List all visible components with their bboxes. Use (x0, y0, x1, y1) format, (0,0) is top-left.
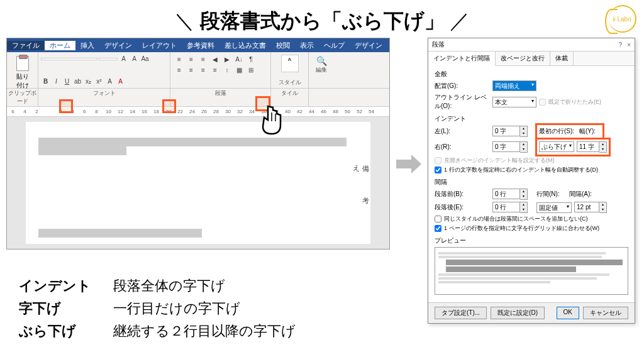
numbering-icon[interactable]: ≡ (186, 55, 196, 63)
collapse-checkbox[interactable] (539, 99, 546, 106)
preview-box (435, 247, 628, 295)
tab-references[interactable]: 参考資料 (182, 41, 219, 50)
def-desc: 一行目だけの字下げ (113, 299, 240, 318)
paragraph-dialog: 段落 ? × インデントと行間隔 改ページと改行 体裁 全般 配置(G): 両端… (428, 38, 635, 324)
sub-icon[interactable]: x₂ (84, 77, 93, 86)
underline-icon[interactable]: U (62, 77, 72, 86)
italic-icon[interactable]: I (52, 77, 61, 86)
dialog-title: 段落 (432, 40, 445, 49)
tab-help[interactable]: ヘルプ (319, 41, 350, 50)
left-indent-input[interactable] (492, 126, 520, 136)
line-spacing-icon[interactable]: ↕ (222, 65, 232, 74)
tab-mailings[interactable]: 差し込み文書 (219, 41, 271, 50)
at-input[interactable] (574, 202, 599, 212)
right-indent-input[interactable] (492, 141, 520, 152)
highlight-para-launcher (162, 99, 176, 113)
page[interactable]: 備え 考 (26, 122, 370, 244)
firstline-select[interactable]: ぶら下げ (539, 141, 574, 152)
def-desc: 段落全体の字下げ (113, 277, 225, 295)
multilevel-icon[interactable]: ≡ (198, 55, 208, 63)
tab-line-breaks[interactable]: 改ページと改行 (496, 52, 550, 65)
preview-label: プレビュー (435, 236, 628, 245)
document-area: 備え 考 (7, 117, 389, 249)
cancel-button[interactable]: キャンセル (583, 307, 628, 319)
sort-icon[interactable]: A↓ (234, 55, 244, 63)
def-term: インデント (19, 277, 113, 295)
default-button[interactable]: 既定に設定(D) (491, 307, 545, 319)
alignment-select[interactable]: 両端揃え (492, 80, 536, 91)
clear-format-icon[interactable]: Aa (140, 54, 150, 63)
same-style-checkbox[interactable] (435, 216, 441, 222)
ok-button[interactable]: OK (557, 307, 579, 319)
logo: ii Labo (609, 5, 636, 33)
sup-icon[interactable]: x² (94, 77, 104, 86)
general-label: 全般 (435, 70, 628, 79)
tab-view[interactable]: 表示 (295, 41, 319, 50)
mirror-checkbox[interactable] (435, 157, 441, 164)
align-right-icon[interactable]: ≡ (198, 65, 208, 74)
font-color-icon[interactable]: A (116, 77, 125, 86)
highlight-font-launcher (59, 99, 73, 113)
def-term: 字下げ (19, 299, 113, 318)
tab-home[interactable]: ホーム (45, 41, 75, 50)
tab-file[interactable]: ファイル (7, 41, 45, 50)
bullets-icon[interactable]: ≡ (174, 55, 184, 63)
after-input[interactable] (492, 202, 520, 212)
firstline-label: 最初の行(S): (539, 127, 577, 136)
align-left-icon[interactable]: ≡ (174, 65, 184, 74)
width-label: 幅(Y): (579, 127, 601, 136)
spacing-label: 間隔 (435, 178, 628, 187)
indent-label: インデント (435, 114, 628, 123)
align-center-icon[interactable]: ≡ (186, 65, 196, 74)
def-desc: 継続する２行目以降の字下げ (113, 322, 296, 341)
width-input[interactable] (577, 141, 599, 152)
ribbon: 貼り付け A A Aa B I U ab x₂ x² A A (7, 52, 389, 89)
page-title: 段落書式から「ぶら下げ」 (0, 0, 644, 40)
shrink-font-icon[interactable]: A (130, 54, 139, 63)
find-icon[interactable]: 🔍 (314, 56, 329, 66)
tab-asian[interactable]: 体裁 (550, 52, 574, 65)
line-spacing-select[interactable]: 固定値 (536, 202, 572, 213)
paste-button[interactable]: 貼り付け (9, 53, 35, 92)
tab-indent-spacing[interactable]: インデントと行間隔 (428, 52, 496, 66)
strike-icon[interactable]: ab (73, 77, 82, 86)
bold-icon[interactable]: B (41, 77, 50, 86)
before-label: 段落前(B): (435, 190, 490, 199)
right-indent-label: 右(R): (435, 143, 490, 151)
paste-icon (16, 56, 29, 71)
line-spacing-label: 行間(N): (536, 190, 567, 199)
grid-checkbox[interactable] (435, 225, 441, 232)
at-label: 間隔(A): (569, 190, 597, 199)
clipboard-group: 貼り付け (7, 52, 38, 88)
pointer-icon (255, 101, 287, 139)
before-input[interactable] (492, 189, 520, 199)
styles-group: A スタイル (271, 52, 309, 88)
style-gallery[interactable]: A (281, 55, 299, 72)
borders-icon[interactable]: ⊞ (246, 65, 256, 74)
tab-layout[interactable]: レイアウト (137, 41, 182, 50)
def-term: ぶら下げ (19, 322, 113, 341)
close-button[interactable]: × (627, 41, 631, 48)
auto-indent-checkbox[interactable] (435, 167, 441, 173)
alignment-label: 配置(G): (435, 82, 490, 90)
outline-select[interactable]: 本文 (492, 97, 536, 107)
font-size-input[interactable] (99, 58, 118, 60)
grow-font-icon[interactable]: A (119, 54, 128, 63)
highlight-icon[interactable]: A (105, 77, 114, 86)
decrease-indent-icon[interactable]: ◀ (210, 55, 220, 63)
ribbon-tabs: ファイル ホーム 挿入 デザイン レイアウト 参考資料 差し込み文書 校閲 表示… (7, 38, 389, 52)
editing-group: 🔍 編集 (309, 52, 334, 88)
help-button[interactable]: ? (619, 41, 623, 48)
outline-label: アウトライン レベル(O): (435, 93, 490, 111)
tab-design[interactable]: デザイン (99, 41, 137, 50)
tab-insert[interactable]: 挿入 (75, 41, 99, 50)
shading-icon[interactable]: ▦ (234, 65, 244, 74)
font-name-input[interactable] (41, 58, 97, 60)
tab-design2[interactable]: デザイン (350, 41, 387, 50)
justify-icon[interactable]: ≡ (210, 65, 220, 74)
tabs-button[interactable]: タブ設定(T)... (435, 307, 487, 319)
tab-review[interactable]: 校閲 (271, 41, 295, 50)
tab-layout2[interactable]: レイアウト (387, 41, 432, 50)
show-marks-icon[interactable]: ¶ (246, 55, 256, 63)
increase-indent-icon[interactable]: ▶ (222, 55, 232, 63)
